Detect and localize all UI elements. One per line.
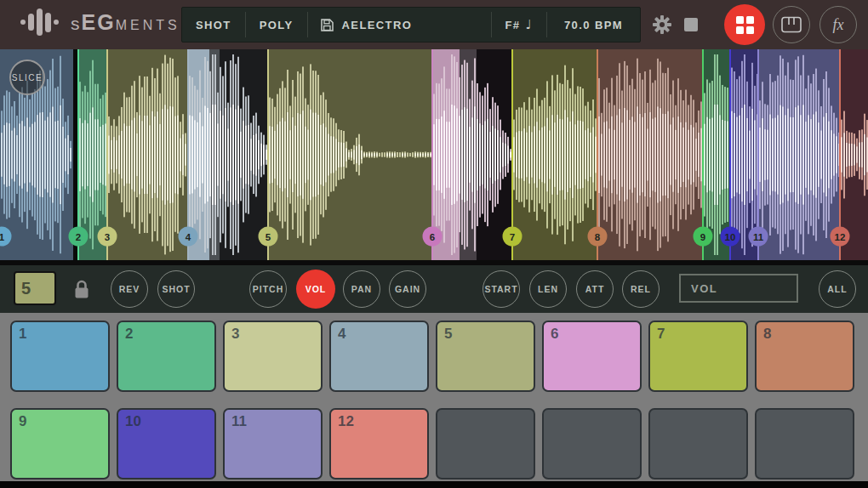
slice-marker-number: 9 <box>700 232 705 242</box>
slice-marker-number: 7 <box>510 232 515 242</box>
slice-marker-number: 10 <box>725 232 736 242</box>
preset-name: AELECTRO <box>342 19 413 31</box>
pad-number: 11 <box>231 413 247 429</box>
app-logo: sEGMENTS <box>20 9 180 36</box>
vol-button[interactable]: VOL <box>296 270 335 309</box>
pad-number: 8 <box>763 326 771 342</box>
quarter-note-icon: ♩ <box>526 17 533 32</box>
pad-number: 7 <box>657 326 665 342</box>
all-button[interactable]: ALL <box>819 270 856 308</box>
pad-number: 9 <box>19 413 26 429</box>
slice-marker-number: 4 <box>186 232 191 242</box>
pad-grid: 123456789101112 <box>10 321 861 479</box>
control-bar: 5 REV SHOT PITCH VOL PAN GAIN START LEN … <box>0 265 868 313</box>
slice-marker-number: 12 <box>835 232 846 242</box>
start-button[interactable]: START <box>483 270 520 308</box>
pad-empty-15[interactable] <box>648 408 748 479</box>
fx-label: fx <box>833 16 844 34</box>
pad-9[interactable]: 9 <box>10 408 110 479</box>
shot-button[interactable]: SHOT <box>157 270 195 308</box>
pan-button[interactable]: PAN <box>343 270 380 308</box>
keyboard-view-button[interactable] <box>773 6 810 43</box>
preset-selector[interactable]: AELECTRO <box>308 18 425 32</box>
pad-5[interactable]: 5 <box>436 321 535 392</box>
pad-number: 1 <box>19 326 26 342</box>
pad-7[interactable]: 7 <box>648 321 748 392</box>
shot-mode-button[interactable]: SHOT <box>182 19 245 31</box>
bpm-display[interactable]: 70.0 BPM <box>547 19 640 31</box>
pad-empty-14[interactable] <box>542 408 642 479</box>
rev-button[interactable]: REV <box>111 270 148 308</box>
pad-empty-16[interactable] <box>755 408 854 479</box>
app-title: sEGMENTS <box>71 10 180 35</box>
pad-number: 4 <box>338 326 345 342</box>
pad-8[interactable]: 8 <box>755 321 854 392</box>
pads-section: 123456789101112 <box>0 313 868 488</box>
pad-number: 6 <box>551 326 558 342</box>
pad-number: 12 <box>338 413 354 429</box>
bottom-bar <box>0 481 868 488</box>
selected-slice-number: 5 <box>21 279 31 298</box>
slice-marker-number: 3 <box>105 232 110 242</box>
fx-view-button[interactable]: fx <box>819 6 857 43</box>
header-bar: sEGMENTS SHOT POLY AELECTRO F#♩ 70 <box>0 0 868 49</box>
slice-marker-number: 2 <box>76 232 81 242</box>
pad-11[interactable]: 11 <box>223 408 323 479</box>
lock-icon[interactable] <box>73 279 90 300</box>
slice-marker-number: 1 <box>0 232 5 242</box>
stop-button[interactable] <box>684 18 698 31</box>
pad-4[interactable]: 4 <box>329 321 429 392</box>
settings-gear-icon[interactable] <box>653 15 671 34</box>
slice-marker-number: 8 <box>595 232 601 242</box>
slice-marker-number: 6 <box>430 232 435 242</box>
pad-12[interactable]: 12 <box>329 408 429 479</box>
pad-2[interactable]: 2 <box>117 321 216 392</box>
waveform-display[interactable]: 123456789101112 SLICE <box>0 49 868 265</box>
key-display[interactable]: F#♩ <box>492 17 546 32</box>
poly-mode-button[interactable]: POLY <box>246 19 307 31</box>
pad-number: 5 <box>444 326 452 342</box>
pad-3[interactable]: 3 <box>223 321 323 392</box>
parameter-value-field[interactable]: VOL <box>679 274 798 303</box>
pad-number: 10 <box>125 413 141 429</box>
pad-number: 2 <box>125 326 133 342</box>
top-panel: SHOT POLY AELECTRO F#♩ 70.0 BPM <box>181 7 641 43</box>
piano-icon <box>781 16 802 33</box>
pitch-button[interactable]: PITCH <box>249 270 287 308</box>
segments-plugin-window: sEGMENTS SHOT POLY AELECTRO F#♩ 70 <box>0 0 868 488</box>
gain-button[interactable]: GAIN <box>389 270 426 308</box>
pad-1[interactable]: 1 <box>10 321 110 392</box>
waveform-logo-icon <box>20 9 59 36</box>
pad-number: 3 <box>231 326 239 342</box>
len-button[interactable]: LEN <box>529 270 567 308</box>
slice-marker-number: 5 <box>266 232 271 242</box>
slice-marker-number: 11 <box>753 232 764 242</box>
selected-slice-indicator[interactable]: 5 <box>14 271 56 305</box>
slice-button[interactable]: SLICE <box>9 60 45 95</box>
rel-button[interactable]: REL <box>622 270 660 308</box>
pads-view-button[interactable] <box>724 4 765 45</box>
waveform-canvas: 123456789101112 <box>0 49 868 265</box>
save-icon <box>320 18 334 32</box>
att-button[interactable]: ATT <box>576 270 614 308</box>
pads-grid-icon <box>736 16 754 34</box>
pad-6[interactable]: 6 <box>542 321 642 392</box>
pad-empty-13[interactable] <box>436 408 535 479</box>
pad-10[interactable]: 10 <box>117 408 216 479</box>
